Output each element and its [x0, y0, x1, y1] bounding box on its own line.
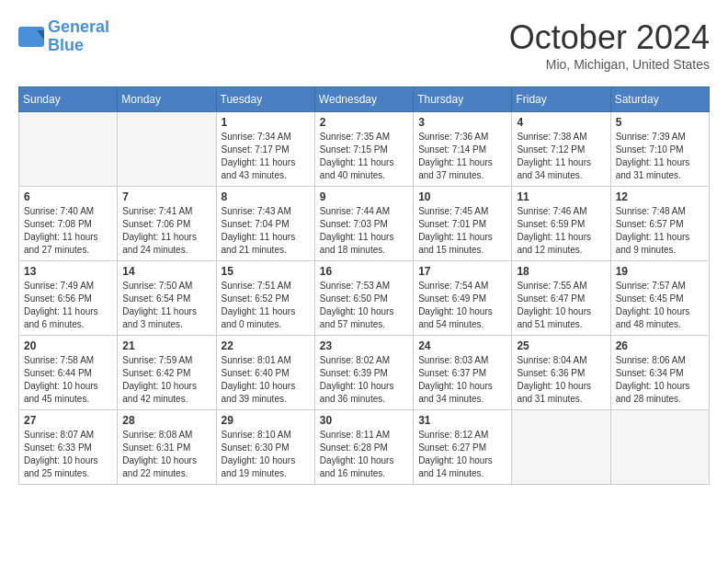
day-number: 6	[24, 190, 112, 203]
day-detail: Sunrise: 7:44 AMSunset: 7:03 PMDaylight:…	[320, 205, 408, 257]
title-area: October 2024 Mio, Michigan, United State…	[509, 18, 710, 72]
day-detail: Sunrise: 7:49 AMSunset: 6:56 PMDaylight:…	[24, 280, 112, 331]
logo-line2: Blue	[48, 36, 84, 54]
calendar-cell: 28Sunrise: 8:08 AMSunset: 6:31 PMDayligh…	[118, 410, 216, 485]
day-number: 5	[616, 116, 704, 129]
day-number: 8	[222, 190, 310, 203]
day-detail: Sunrise: 7:50 AMSunset: 6:54 PMDaylight:…	[122, 280, 210, 331]
calendar-cell: 31Sunrise: 8:12 AMSunset: 6:27 PMDayligh…	[414, 410, 512, 485]
day-detail: Sunrise: 8:04 AMSunset: 6:36 PMDaylight:…	[517, 354, 605, 406]
day-detail: Sunrise: 7:55 AMSunset: 6:47 PMDaylight:…	[517, 280, 605, 331]
day-detail: Sunrise: 7:58 AMSunset: 6:44 PMDaylight:…	[24, 354, 112, 406]
day-detail: Sunrise: 7:45 AMSunset: 7:01 PMDaylight:…	[418, 205, 506, 257]
day-number: 21	[122, 339, 210, 352]
day-number: 26	[616, 339, 704, 352]
day-number: 13	[24, 265, 112, 278]
weekday-header: Tuesday	[216, 87, 314, 112]
calendar-cell: 20Sunrise: 7:58 AMSunset: 6:44 PMDayligh…	[19, 336, 118, 410]
calendar-cell: 25Sunrise: 8:04 AMSunset: 6:36 PMDayligh…	[512, 336, 610, 410]
day-number: 29	[222, 414, 310, 427]
logo-text: General Blue	[48, 18, 109, 55]
calendar-cell: 6Sunrise: 7:40 AMSunset: 7:08 PMDaylight…	[19, 187, 118, 261]
calendar-week-row: 27Sunrise: 8:07 AMSunset: 6:33 PMDayligh…	[19, 410, 710, 485]
day-detail: Sunrise: 8:06 AMSunset: 6:34 PMDaylight:…	[616, 354, 704, 406]
calendar-cell: 15Sunrise: 7:51 AMSunset: 6:52 PMDayligh…	[216, 261, 314, 336]
day-number: 19	[616, 265, 704, 278]
calendar-cell: 19Sunrise: 7:57 AMSunset: 6:45 PMDayligh…	[610, 261, 709, 336]
calendar-week-row: 6Sunrise: 7:40 AMSunset: 7:08 PMDaylight…	[19, 187, 710, 261]
day-number: 22	[222, 339, 310, 352]
day-number: 1	[222, 116, 310, 129]
day-number: 9	[320, 190, 408, 203]
calendar-cell: 2Sunrise: 7:35 AMSunset: 7:15 PMDaylight…	[314, 112, 413, 187]
calendar-cell: 1Sunrise: 7:34 AMSunset: 7:17 PMDaylight…	[216, 112, 314, 187]
day-detail: Sunrise: 7:35 AMSunset: 7:15 PMDaylight:…	[320, 131, 408, 182]
day-detail: Sunrise: 8:03 AMSunset: 6:37 PMDaylight:…	[418, 354, 506, 406]
day-detail: Sunrise: 8:02 AMSunset: 6:39 PMDaylight:…	[320, 354, 408, 406]
day-detail: Sunrise: 7:40 AMSunset: 7:08 PMDaylight:…	[24, 205, 112, 257]
calendar-cell: 9Sunrise: 7:44 AMSunset: 7:03 PMDaylight…	[314, 187, 413, 261]
day-number: 11	[517, 190, 605, 203]
weekday-header: Wednesday	[314, 87, 413, 112]
weekday-header: Saturday	[610, 87, 709, 112]
calendar-cell: 26Sunrise: 8:06 AMSunset: 6:34 PMDayligh…	[610, 336, 709, 410]
day-number: 17	[418, 265, 506, 278]
day-number: 23	[320, 339, 408, 352]
day-detail: Sunrise: 7:51 AMSunset: 6:52 PMDaylight:…	[222, 280, 310, 331]
calendar-cell: 21Sunrise: 7:59 AMSunset: 6:42 PMDayligh…	[118, 336, 216, 410]
day-number: 24	[418, 339, 506, 352]
day-number: 2	[320, 116, 408, 129]
day-detail: Sunrise: 7:53 AMSunset: 6:50 PMDaylight:…	[320, 280, 408, 331]
calendar-cell: 3Sunrise: 7:36 AMSunset: 7:14 PMDaylight…	[414, 112, 512, 187]
calendar-week-row: 20Sunrise: 7:58 AMSunset: 6:44 PMDayligh…	[19, 336, 710, 410]
calendar-cell: 7Sunrise: 7:41 AMSunset: 7:06 PMDaylight…	[118, 187, 216, 261]
day-detail: Sunrise: 7:34 AMSunset: 7:17 PMDaylight:…	[222, 131, 310, 182]
calendar-cell: 22Sunrise: 8:01 AMSunset: 6:40 PMDayligh…	[216, 336, 314, 410]
day-number: 31	[418, 414, 506, 427]
day-number: 20	[24, 339, 112, 352]
day-number: 27	[24, 414, 112, 427]
day-number: 16	[320, 265, 408, 278]
day-number: 10	[418, 190, 506, 203]
weekday-header-row: SundayMondayTuesdayWednesdayThursdayFrid…	[19, 87, 710, 112]
calendar-cell: 29Sunrise: 8:10 AMSunset: 6:30 PMDayligh…	[216, 410, 314, 485]
calendar-cell: 30Sunrise: 8:11 AMSunset: 6:28 PMDayligh…	[314, 410, 413, 485]
calendar-cell: 23Sunrise: 8:02 AMSunset: 6:39 PMDayligh…	[314, 336, 413, 410]
calendar-cell	[19, 112, 118, 187]
day-detail: Sunrise: 7:46 AMSunset: 6:59 PMDaylight:…	[517, 205, 605, 257]
day-detail: Sunrise: 8:08 AMSunset: 6:31 PMDaylight:…	[122, 429, 210, 480]
calendar-cell: 11Sunrise: 7:46 AMSunset: 6:59 PMDayligh…	[512, 187, 610, 261]
calendar-cell: 10Sunrise: 7:45 AMSunset: 7:01 PMDayligh…	[414, 187, 512, 261]
calendar-cell: 17Sunrise: 7:54 AMSunset: 6:49 PMDayligh…	[414, 261, 512, 336]
calendar-cell: 24Sunrise: 8:03 AMSunset: 6:37 PMDayligh…	[414, 336, 512, 410]
calendar-cell: 16Sunrise: 7:53 AMSunset: 6:50 PMDayligh…	[314, 261, 413, 336]
weekday-header: Monday	[118, 87, 216, 112]
day-number: 12	[616, 190, 704, 203]
day-detail: Sunrise: 7:41 AMSunset: 7:06 PMDaylight:…	[122, 205, 210, 257]
day-number: 15	[222, 265, 310, 278]
calendar-cell	[610, 410, 709, 485]
logo-icon	[18, 27, 44, 47]
month-title: October 2024	[509, 18, 710, 57]
calendar-cell	[118, 112, 216, 187]
location-subtitle: Mio, Michigan, United States	[509, 57, 710, 72]
calendar-week-row: 13Sunrise: 7:49 AMSunset: 6:56 PMDayligh…	[19, 261, 710, 336]
day-number: 30	[320, 414, 408, 427]
weekday-header: Friday	[512, 87, 610, 112]
day-detail: Sunrise: 7:59 AMSunset: 6:42 PMDaylight:…	[122, 354, 210, 406]
calendar-cell: 27Sunrise: 8:07 AMSunset: 6:33 PMDayligh…	[19, 410, 118, 485]
calendar-cell: 14Sunrise: 7:50 AMSunset: 6:54 PMDayligh…	[118, 261, 216, 336]
weekday-header: Thursday	[414, 87, 512, 112]
svg-rect-2	[20, 29, 37, 45]
day-detail: Sunrise: 8:01 AMSunset: 6:40 PMDaylight:…	[222, 354, 310, 406]
calendar-cell: 8Sunrise: 7:43 AMSunset: 7:04 PMDaylight…	[216, 187, 314, 261]
calendar-cell: 18Sunrise: 7:55 AMSunset: 6:47 PMDayligh…	[512, 261, 610, 336]
calendar: SundayMondayTuesdayWednesdayThursdayFrid…	[18, 86, 710, 485]
day-number: 4	[517, 116, 605, 129]
day-detail: Sunrise: 8:11 AMSunset: 6:28 PMDaylight:…	[320, 429, 408, 480]
day-detail: Sunrise: 7:54 AMSunset: 6:49 PMDaylight:…	[418, 280, 506, 331]
calendar-cell	[512, 410, 610, 485]
day-number: 28	[122, 414, 210, 427]
calendar-week-row: 1Sunrise: 7:34 AMSunset: 7:17 PMDaylight…	[19, 112, 710, 187]
day-detail: Sunrise: 8:07 AMSunset: 6:33 PMDaylight:…	[24, 429, 112, 480]
